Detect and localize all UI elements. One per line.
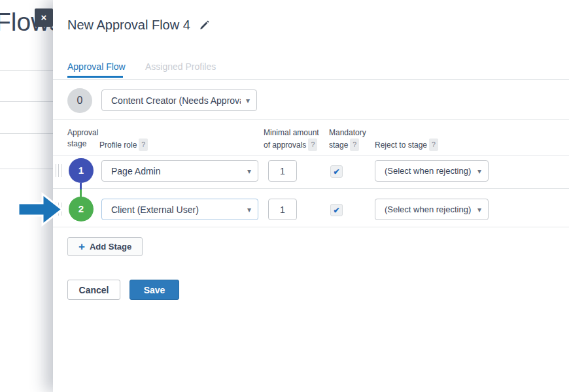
close-icon: × xyxy=(41,12,47,23)
chevron-down-icon: ▾ xyxy=(477,167,481,176)
tab-approval-flow[interactable]: Approval Flow xyxy=(67,61,126,72)
help-icon[interactable]: ? xyxy=(139,139,148,151)
reject-to-stage-value: (Select when rejecting) xyxy=(385,204,472,214)
divider xyxy=(53,188,569,189)
divider xyxy=(53,227,569,227)
mandatory-checkbox[interactable]: ✔ xyxy=(330,165,343,178)
column-header-reject-to-stage: Reject to stage? xyxy=(375,139,438,151)
add-stage-label: Add Stage xyxy=(90,242,131,252)
min-approvals-input[interactable] xyxy=(268,199,297,220)
tab-assigned-profiles[interactable]: Assigned Profiles xyxy=(145,61,216,72)
background-row-divider xyxy=(0,70,53,71)
background-row-divider xyxy=(0,101,53,102)
column-header-minimal-approvals: Minimal amount of approvals? xyxy=(264,127,319,151)
approval-flow-modal: New Approval Flow 4 Approval Flow Assign… xyxy=(53,0,569,392)
column-header-profile-role: Profile role? xyxy=(99,139,148,151)
column-header-mandatory-stage: Mandatory stage? xyxy=(329,127,366,151)
stage-zero-role-value: Content Creator (Needs Approval) xyxy=(111,95,241,106)
reject-to-stage-select[interactable]: (Select when rejecting) ▾ xyxy=(375,160,489,182)
profile-role-value: Page Admin xyxy=(111,166,242,176)
stage-number-badge: 1 xyxy=(69,158,94,183)
cancel-button[interactable]: Cancel xyxy=(67,280,120,300)
mandatory-checkbox[interactable]: ✔ xyxy=(330,204,343,216)
profile-role-value: Client (External User) xyxy=(111,204,242,215)
check-icon: ✔ xyxy=(333,167,339,176)
edit-icon[interactable] xyxy=(199,20,209,31)
background-row-divider xyxy=(0,133,53,134)
reject-to-stage-value: (Select when rejecting) xyxy=(385,166,472,176)
divider xyxy=(53,155,569,155)
help-icon[interactable]: ? xyxy=(350,139,359,151)
divider xyxy=(53,79,569,80)
chevron-down-icon: ▾ xyxy=(247,167,251,176)
stage-connector-line xyxy=(80,183,82,197)
help-icon[interactable]: ? xyxy=(308,139,317,151)
chevron-down-icon: ▾ xyxy=(246,96,250,105)
active-tab-underline xyxy=(67,76,123,78)
background-row-divider xyxy=(0,169,53,169)
plus-icon: + xyxy=(78,241,85,252)
add-stage-button[interactable]: + Add Stage xyxy=(67,237,143,256)
check-icon: ✔ xyxy=(333,206,339,215)
stage-number-badge: 2 xyxy=(69,197,94,221)
reject-to-stage-select[interactable]: (Select when rejecting) ▾ xyxy=(375,199,489,220)
stage-zero-role-select[interactable]: Content Creator (Needs Approval) ▾ xyxy=(101,90,257,111)
close-button[interactable]: × xyxy=(35,8,53,27)
stage-zero-badge: 0 xyxy=(67,88,92,113)
profile-role-select[interactable]: Page Admin ▾ xyxy=(101,160,258,182)
divider xyxy=(53,119,569,120)
min-approvals-input[interactable] xyxy=(268,160,297,182)
annotation-arrow-icon xyxy=(17,191,64,228)
chevron-down-icon: ▾ xyxy=(477,205,481,214)
save-button[interactable]: Save xyxy=(129,280,179,300)
help-icon[interactable]: ? xyxy=(429,139,438,151)
drag-handle-icon[interactable] xyxy=(56,164,61,177)
modal-title: New Approval Flow 4 xyxy=(67,18,190,33)
profile-role-select[interactable]: Client (External User) ▾ xyxy=(101,199,258,220)
chevron-down-icon: ▾ xyxy=(247,205,251,214)
column-header-approval-stage: Approval stage xyxy=(67,127,98,150)
